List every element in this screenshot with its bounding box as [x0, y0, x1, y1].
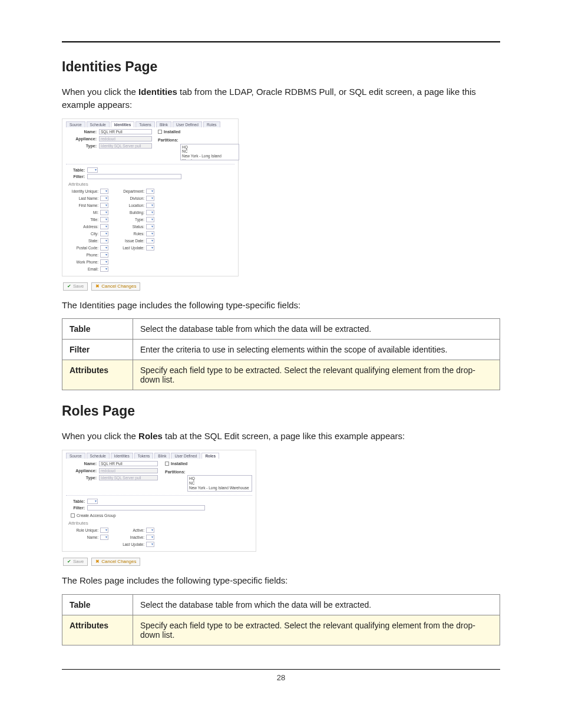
- def-cell: Select the database table from which the…: [133, 319, 500, 340]
- attributes-header: Attributes: [68, 182, 234, 187]
- identities-heading: Identities Page: [62, 59, 500, 75]
- installed-checkbox[interactable]: [158, 130, 162, 134]
- table-row: Attributes Specify each field type to be…: [62, 360, 500, 390]
- attr-label: Location:: [114, 203, 146, 207]
- tab-tokens[interactable]: Tokens: [135, 121, 155, 127]
- save-button[interactable]: ✔Save: [63, 558, 88, 566]
- tab-schedule[interactable]: Schedule: [87, 453, 110, 459]
- name-input[interactable]: SQL HR Pull: [99, 461, 158, 466]
- attr-select[interactable]: [100, 196, 108, 201]
- filter-input[interactable]: [87, 505, 205, 510]
- term-cell: Attributes: [62, 360, 133, 390]
- attr-select[interactable]: [100, 259, 108, 265]
- attr-label: City:: [68, 232, 100, 236]
- attr-label: MI:: [68, 210, 100, 215]
- attr-select[interactable]: [100, 535, 108, 540]
- attr-select[interactable]: [100, 203, 108, 208]
- attr-select[interactable]: [146, 189, 154, 194]
- check-icon: ✔: [67, 284, 71, 289]
- identities-screenshot: Source Schedule Identities Tokens Blink …: [62, 118, 239, 276]
- attributes-header: Attributes: [68, 521, 252, 526]
- cancel-button[interactable]: ✖Cancel Changes: [91, 282, 140, 291]
- attr-select[interactable]: [100, 238, 108, 243]
- identities-after-text: The Identities page includes the followi…: [62, 299, 500, 312]
- tab-tokens[interactable]: Tokens: [134, 453, 154, 459]
- save-button[interactable]: ✔Save: [63, 282, 88, 291]
- def-cell: Enter the criteria to use in selecting e…: [133, 340, 500, 360]
- tab-userdefined[interactable]: User Defined: [173, 121, 202, 127]
- attr-column-left: Role Unique: Name:: [68, 527, 108, 548]
- partition-item[interactable]: NC: [182, 149, 237, 154]
- tab-blink[interactable]: Blink: [156, 121, 171, 127]
- tab-schedule[interactable]: Schedule: [87, 121, 110, 127]
- tab-source[interactable]: Source: [66, 121, 85, 127]
- attr-label: Role Unique:: [68, 528, 100, 532]
- intro-post: tab at the SQL Edit screen, a page like …: [163, 431, 405, 441]
- attr-select[interactable]: [100, 189, 108, 194]
- attr-select[interactable]: [146, 542, 154, 547]
- attr-select[interactable]: [100, 231, 108, 236]
- tab-blink[interactable]: Blink: [154, 453, 170, 459]
- partitions-list[interactable]: HQ NC New York - Long Island Warehouse: [187, 475, 252, 492]
- cancel-icon: ✖: [95, 284, 100, 289]
- attr-select[interactable]: [100, 245, 108, 251]
- partition-item[interactable]: New York - Long Island Warehouse: [189, 486, 250, 490]
- partition-item[interactable]: HQ: [182, 145, 237, 150]
- partitions-list[interactable]: HQ NC New York - Long Island Warehouse: [180, 144, 239, 160]
- attr-select[interactable]: [100, 252, 108, 258]
- partition-item[interactable]: HQ: [189, 476, 250, 481]
- attr-select[interactable]: [100, 224, 108, 229]
- attr-label: Email:: [68, 267, 100, 271]
- attr-select[interactable]: [146, 224, 154, 229]
- attr-label: Name:: [68, 535, 100, 539]
- save-label: Save: [73, 284, 84, 289]
- attr-select[interactable]: [146, 231, 154, 236]
- tab-roles[interactable]: Roles: [201, 453, 219, 459]
- attr-select[interactable]: [100, 528, 108, 533]
- create-access-group-checkbox[interactable]: [71, 513, 75, 518]
- attr-select[interactable]: [146, 528, 154, 533]
- identities-buttonbar: ✔Save ✖Cancel Changes: [63, 282, 500, 291]
- attr-select[interactable]: [146, 210, 154, 215]
- name-input[interactable]: SQL HR Pull: [99, 129, 152, 134]
- filter-input[interactable]: [87, 174, 181, 179]
- attr-select[interactable]: [146, 217, 154, 222]
- type-input: Identity SQL Server pull: [99, 475, 158, 480]
- table-row: Table Select the database table from whi…: [62, 594, 500, 615]
- attr-column-right: Department: Division: Location: Building…: [114, 188, 154, 272]
- tab-userdefined[interactable]: User Defined: [171, 453, 200, 459]
- attr-select[interactable]: [100, 217, 108, 222]
- tab-roles[interactable]: Roles: [203, 121, 220, 127]
- table-select[interactable]: [87, 499, 98, 504]
- attr-label: Identity Unique:: [68, 189, 100, 193]
- attr-label: Last Name:: [68, 196, 100, 200]
- roles-tabs: Source Schedule Identities Tokens Blink …: [66, 453, 252, 459]
- attr-label: Active:: [114, 528, 146, 532]
- term-cell: Table: [62, 594, 133, 615]
- tab-identities[interactable]: Identities: [111, 453, 133, 459]
- partition-item[interactable]: New York - Long Island Warehouse: [182, 154, 237, 160]
- table-label: Table:: [66, 168, 87, 172]
- attr-select[interactable]: [146, 203, 154, 208]
- appliance-label: Appliance:: [66, 137, 99, 141]
- def-cell: Specify each field type to be extracted.…: [133, 360, 500, 390]
- installed-checkbox[interactable]: [165, 462, 169, 466]
- top-rule: [62, 41, 500, 42]
- tab-source[interactable]: Source: [66, 453, 85, 459]
- table-select[interactable]: [87, 167, 98, 173]
- attr-label: Inactive:: [114, 535, 146, 539]
- attr-select[interactable]: [146, 238, 154, 243]
- filter-label: Filter:: [66, 506, 87, 510]
- tab-identities[interactable]: Identities: [111, 121, 135, 127]
- attr-label: Issue Date:: [114, 239, 146, 243]
- cancel-button[interactable]: ✖Cancel Changes: [91, 558, 140, 566]
- attr-select[interactable]: [100, 266, 108, 272]
- attr-select[interactable]: [146, 245, 154, 251]
- roles-heading: Roles Page: [62, 403, 500, 419]
- attr-label: Address:: [68, 225, 100, 229]
- attr-select[interactable]: [100, 210, 108, 215]
- attr-select[interactable]: [146, 535, 154, 540]
- partition-item[interactable]: NC: [189, 481, 250, 486]
- attr-select[interactable]: [146, 196, 154, 201]
- roles-def-table: Table Select the database table from whi…: [62, 594, 500, 645]
